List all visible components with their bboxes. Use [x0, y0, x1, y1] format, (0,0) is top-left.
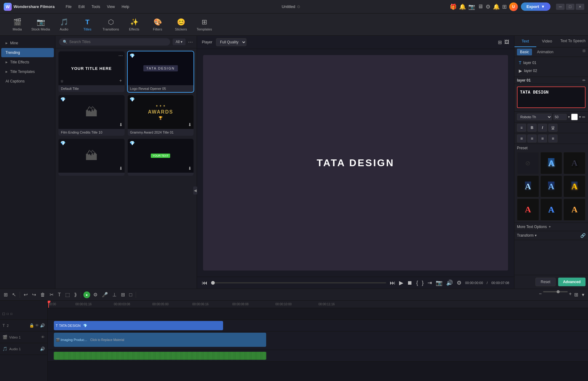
tl-arrow-icon[interactable]: ⟫: [73, 291, 78, 298]
monitor-icon[interactable]: 🖥: [478, 3, 483, 10]
video-clip[interactable]: 🎬 Imaging Produc... Click to Replace Mat…: [54, 333, 266, 347]
toolbar-audio[interactable]: 🎵 Audio: [53, 15, 75, 34]
menu-edit[interactable]: Edit: [75, 3, 88, 10]
export-button[interactable]: Export ▼: [521, 2, 550, 11]
bell-icon[interactable]: 🔔: [459, 3, 466, 10]
user-avatar[interactable]: U: [509, 2, 518, 11]
split-button[interactable]: ⇥: [427, 279, 432, 286]
card-download-icon[interactable]: ⬇: [188, 166, 192, 171]
title-card-grammy[interactable]: ✦ ✦ ✦ AWARDS 🏆 💎 ⬇ Grammy Award 2024 Tit…: [128, 95, 194, 136]
menu-file[interactable]: File: [62, 3, 74, 10]
italic-button[interactable]: I: [538, 124, 547, 132]
title-card-6[interactable]: YOUR TEXT 💎 ⬇: [128, 139, 194, 176]
tab-text-to-speech[interactable]: Text To Speech: [558, 36, 588, 47]
font-select[interactable]: Roboto Th: [517, 114, 552, 120]
toolbar-effects[interactable]: ✨ Effects: [123, 15, 145, 34]
tl-select-icon[interactable]: ↖: [11, 291, 17, 298]
preset-a-gold[interactable]: A: [563, 175, 586, 198]
preset-a-blue[interactable]: A: [540, 152, 562, 174]
sub-tab-basic[interactable]: Basic: [517, 49, 532, 55]
tl-magnet-icon[interactable]: ⚙: [92, 291, 99, 298]
card-download-icon[interactable]: ⬇: [119, 166, 123, 171]
toolbar-transitions[interactable]: ⬡ Transitions: [100, 15, 122, 34]
minimize-button[interactable]: ─: [556, 4, 565, 10]
card-download-icon[interactable]: ⬇: [119, 122, 123, 127]
sidebar-item-ai-captions[interactable]: AI Captions: [1, 77, 54, 86]
toolbar-titles[interactable]: T Titles: [76, 15, 98, 34]
maximize-button[interactable]: □: [566, 4, 574, 10]
alert-icon[interactable]: 🔔: [493, 3, 500, 10]
preset-a-blue3[interactable]: A: [540, 199, 562, 221]
tl-more-icon[interactable]: ▾: [581, 291, 586, 298]
underline-button[interactable]: U: [548, 124, 558, 132]
volume-button[interactable]: 🔊: [446, 279, 453, 286]
tl-crop-icon[interactable]: ⬚: [64, 291, 71, 298]
camera-icon[interactable]: 📷: [468, 3, 475, 10]
bold-button[interactable]: B: [527, 124, 537, 132]
settings-icon[interactable]: ⚙: [486, 3, 490, 10]
sidebar-item-title-templates[interactable]: ▶ Title Templates: [1, 67, 54, 76]
layer-edit-icon[interactable]: ✏: [582, 78, 586, 82]
color-chevron-icon[interactable]: ▾: [579, 115, 581, 119]
title-card-default-title[interactable]: YOUR TITLE HERE ⋯ ☆ ＋ Default Title: [58, 51, 125, 92]
card-add-icon[interactable]: ＋: [118, 78, 123, 83]
preset-a-blue2[interactable]: A: [517, 175, 539, 198]
stop-button[interactable]: ⏹: [407, 280, 413, 286]
color-swatch[interactable]: [571, 114, 578, 120]
tl-pip-icon[interactable]: ⊞: [120, 291, 126, 298]
title-card-5[interactable]: 🏔 💎 ⬇: [58, 139, 125, 176]
reset-button[interactable]: Reset: [535, 278, 555, 286]
bracket-close-button[interactable]: }: [422, 280, 424, 286]
font-size-chevron-icon[interactable]: ▾: [568, 115, 570, 119]
tab-text[interactable]: Text: [514, 36, 536, 47]
audio-track-volume-icon[interactable]: 🔊: [40, 347, 45, 351]
skip-back-button[interactable]: ⏮: [202, 280, 207, 286]
text-track-volume-icon[interactable]: 🔊: [40, 323, 45, 328]
filter-button[interactable]: All ▾: [173, 38, 186, 45]
align-right-button[interactable]: ≡: [538, 134, 547, 142]
tl-cut-icon[interactable]: ✂: [48, 291, 55, 298]
playback-scrubber[interactable]: [211, 282, 386, 283]
text-edit-area[interactable]: TATA DESIGN: [517, 86, 586, 108]
more-text-options-row[interactable]: More Text Options +: [514, 223, 588, 231]
sub-tab-animation[interactable]: Animation: [534, 49, 556, 55]
transform-row[interactable]: Transform ▾ 🔗: [514, 231, 588, 240]
grid-icon[interactable]: ⊞: [502, 3, 507, 10]
advanced-button[interactable]: Advanced: [558, 278, 586, 286]
toolbar-stock-media[interactable]: 📷 Stock Media: [30, 15, 52, 34]
color-picker-icon[interactable]: ✏: [582, 115, 586, 119]
sidebar-item-trending[interactable]: Trending: [1, 48, 54, 57]
card-favorite-icon[interactable]: ☆: [60, 79, 64, 83]
more-options-icon[interactable]: ⋯: [188, 39, 193, 45]
play-button[interactable]: ▶: [399, 279, 403, 286]
close-button[interactable]: ×: [576, 4, 584, 10]
text-clip[interactable]: T TATA DESIGN 💎: [54, 321, 223, 330]
tl-layout-icon[interactable]: ⊞: [573, 291, 579, 298]
snap-button[interactable]: ●: [83, 291, 90, 298]
tl-undo-icon[interactable]: ↩: [22, 291, 29, 298]
tl-zoom-slider[interactable]: [543, 291, 568, 292]
card-menu-icon[interactable]: ⋯: [118, 53, 123, 58]
toolbar-templates[interactable]: ⊞ Templates: [193, 15, 215, 34]
sidebar-item-title-effects[interactable]: ▶ Title Effects: [1, 58, 54, 67]
text-track-eye-icon[interactable]: 👁: [35, 323, 39, 328]
menu-help[interactable]: Help: [118, 3, 132, 10]
tl-text-icon[interactable]: T: [57, 291, 62, 298]
preset-a-dark[interactable]: A: [563, 152, 586, 174]
align-center-button[interactable]: ≡: [527, 134, 537, 142]
layer-item-01[interactable]: T layer 01: [517, 59, 586, 67]
tl-subtitle-icon[interactable]: □: [128, 291, 134, 298]
align-justify-button[interactable]: ≡: [548, 134, 558, 142]
tl-delete-icon[interactable]: 🗑: [39, 291, 46, 298]
preset-a-gold2[interactable]: A: [563, 199, 586, 221]
preset-a-red[interactable]: A: [517, 199, 539, 221]
tl-grid-icon[interactable]: ⊞: [2, 291, 9, 298]
fullscreen-icon[interactable]: 🖼: [504, 39, 509, 45]
settings2-button[interactable]: ⚙: [457, 279, 462, 286]
step-back-button[interactable]: ⏭: [390, 280, 395, 286]
card-download-icon[interactable]: ⬇: [188, 122, 192, 127]
preset-none[interactable]: ⊘: [517, 152, 539, 174]
toolbar-filters[interactable]: 🎨 Filters: [146, 15, 169, 34]
menu-view[interactable]: View: [104, 3, 118, 10]
text-track-lock-icon[interactable]: 🔒: [29, 323, 34, 328]
